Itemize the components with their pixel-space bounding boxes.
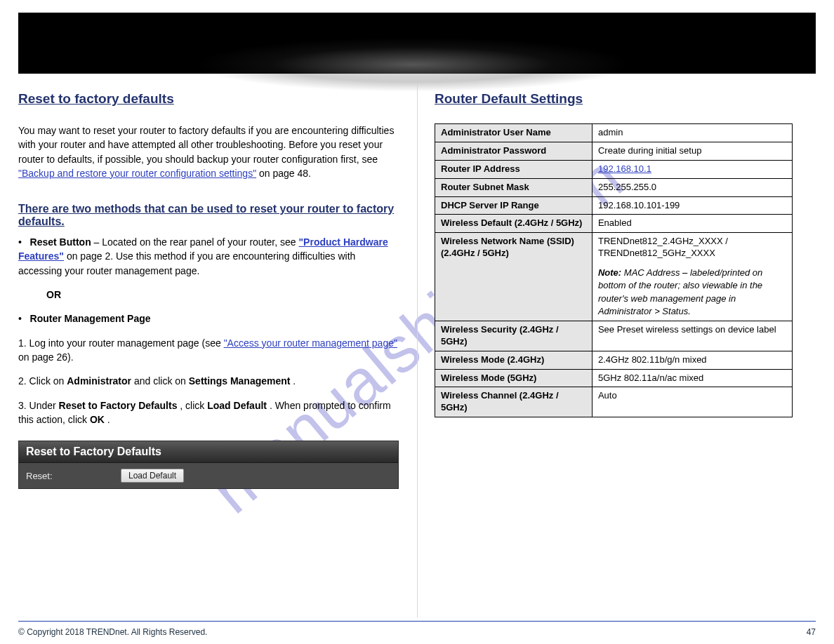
bullet1-title: Reset Button [30, 236, 91, 248]
bullet1-tail: on page 2. Use this method if you are en… [18, 250, 355, 276]
table-row: Wireless Default (2.4GHz / 5GHz) Enabled [435, 215, 793, 233]
step3-mid: , click [180, 400, 207, 411]
bullet-symbol: • [18, 236, 22, 248]
footer-copyright: © Copyright 2018 TRENDnet. All Rights Re… [18, 627, 207, 637]
cell-key: Administrator Password [435, 142, 593, 160]
step1-text: 1. Log into your router management page … [18, 337, 224, 349]
cell-val: 192.168.10.1 [592, 160, 792, 178]
footer-rule [18, 621, 816, 622]
table-row: Wireless Mode (5GHz) 5GHz 802.11a/n/ac m… [435, 369, 793, 387]
step3-text-a: 3. Under [18, 400, 59, 411]
cell-val: 192.168.10.101-199 [592, 196, 792, 215]
intro-paragraph: You may want to reset your router to fac… [18, 123, 400, 180]
cell-val: See Preset wireless settings on device l… [592, 321, 792, 351]
step1-tail: on page 26). [18, 351, 74, 363]
or-separator: OR [46, 288, 400, 302]
cell-val: 2.4GHz 802.11b/g/n mixed [592, 351, 792, 369]
intro-text-b: on page 48. [259, 168, 311, 179]
table-row: Wireless Channel (2.4GHz / 5GHz) Auto [435, 387, 793, 417]
step-2: 2. Click on Administrator and click on S… [18, 374, 400, 388]
step2-end: . [293, 375, 296, 387]
step2-text: 2. Click on [18, 375, 67, 387]
ssid-value: TRENDnet812_2.4GHz_XXXX / TRENDnet812_5G… [598, 236, 786, 260]
router-ip-link[interactable]: 192.168.10.1 [598, 163, 651, 174]
cell-key: Wireless Network Name (SSID) (2.4GHz / 5… [435, 233, 593, 321]
table-row: Administrator User Name admin [435, 124, 793, 142]
table-row: Router Subnet Mask 255.255.255.0 [435, 178, 793, 196]
bullet-management-page: • Router Management Page [18, 311, 400, 326]
cell-key: Administrator User Name [435, 124, 593, 142]
table-row: Wireless Security (2.4GHz / 5GHz) See Pr… [435, 321, 793, 351]
cell-val: TRENDnet812_2.4GHz_XXXX / TRENDnet812_5G… [592, 233, 792, 321]
cell-val: Auto [592, 387, 792, 417]
reset-defaults-panel: Reset to Factory Defaults Reset: Load De… [18, 441, 399, 489]
mac-note-bold: Note: [598, 267, 624, 278]
table-row: Router IP Address 192.168.10.1 [435, 160, 793, 178]
cell-val: admin [592, 124, 792, 142]
mac-note: Note: MAC Address – labeled/printed on b… [598, 267, 786, 318]
step3-bold2: Load Default [207, 400, 267, 411]
table-row: DHCP Server IP Range 192.168.10.101-199 [435, 196, 793, 215]
left-column: Reset to factory defaults You may want t… [18, 84, 417, 617]
cell-val: Create during initial setup [592, 142, 792, 160]
defaults-table: Administrator User Name admin Administra… [435, 123, 793, 417]
content-columns: Reset to factory defaults You may want t… [18, 84, 816, 617]
cell-key: Router IP Address [435, 160, 593, 178]
cell-key: DHCP Server IP Range [435, 196, 593, 215]
bullet-symbol-2: • [18, 313, 22, 324]
intro-crossref-link[interactable]: "Backup and restore your router configur… [18, 168, 256, 179]
header-banner [18, 13, 816, 74]
section-heading-reset: Reset to factory defaults [18, 91, 400, 107]
cell-key: Router Subnet Mask [435, 178, 593, 196]
panel-row-label: Reset: [26, 471, 121, 481]
table-row: Administrator Password Create during ini… [435, 142, 793, 160]
step-1: 1. Log into your router management page … [18, 336, 400, 365]
step3-bold1: Reset to Factory Defaults [59, 400, 178, 411]
panel-row: Reset: Load Default [19, 463, 398, 488]
cell-key: Wireless Security (2.4GHz / 5GHz) [435, 321, 593, 351]
bullet-reset-button: • Reset Button – Located on the rear pan… [18, 235, 400, 278]
section-heading-defaults: Router Default Settings [435, 91, 810, 107]
step3-tail: . [107, 414, 110, 425]
step1-crossref-link[interactable]: "Access your router management page" [224, 337, 397, 349]
cell-key: Wireless Channel (2.4GHz / 5GHz) [435, 387, 593, 417]
bullet2-title: Router Management Page [30, 313, 151, 324]
cell-val: 5GHz 802.11a/n/ac mixed [592, 369, 792, 387]
load-default-button[interactable]: Load Default [121, 469, 184, 483]
methods-subheading: There are two methods that can be used t… [18, 203, 400, 228]
cell-val: 255.255.255.0 [592, 178, 792, 196]
table-row: Wireless Mode (2.4GHz) 2.4GHz 802.11b/g/… [435, 351, 793, 369]
step3-bold3: OK [90, 414, 105, 425]
cell-val: Enabled [592, 215, 792, 233]
bullet1-text: – Located on the rear panel of your rout… [94, 236, 299, 248]
footer-page-number: 47 [807, 627, 816, 637]
step2-mid: and click on [134, 375, 189, 387]
cell-key: Wireless Mode (5GHz) [435, 369, 593, 387]
intro-text-a: You may want to reset your router to fac… [18, 125, 394, 165]
panel-title: Reset to Factory Defaults [19, 441, 398, 463]
step-3: 3. Under Reset to Factory Defaults , cli… [18, 398, 400, 427]
cell-key: Wireless Default (2.4GHz / 5GHz) [435, 215, 593, 233]
table-row: Wireless Network Name (SSID) (2.4GHz / 5… [435, 233, 793, 321]
right-column: Router Default Settings Administrator Us… [418, 84, 816, 617]
step2-bold2: Settings Management [189, 375, 291, 387]
step2-bold1: Administrator [67, 375, 131, 387]
cell-key: Wireless Mode (2.4GHz) [435, 351, 593, 369]
